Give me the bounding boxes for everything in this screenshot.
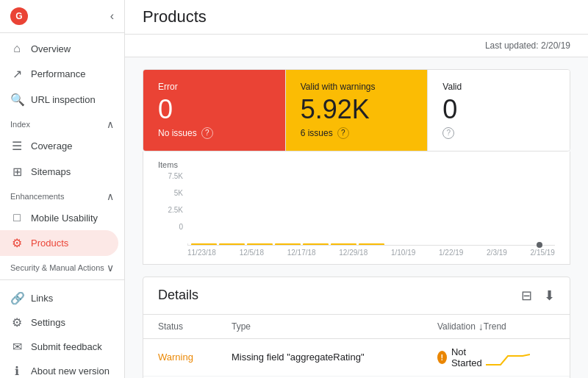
row-trend-1	[433, 336, 506, 356]
x-label-7: 2/3/19	[489, 232, 509, 240]
filter-button[interactable]	[512, 274, 531, 295]
svg-rect-11	[517, 282, 527, 283]
chart-y-axis: 7.5K 5K 2.5K 0	[154, 157, 177, 240]
details-actions	[512, 274, 558, 295]
row-trend-2	[433, 372, 506, 378]
error-label: Error	[157, 56, 215, 66]
error-card: Error 0 No issues ?	[142, 47, 230, 119]
sidebar-item-performance[interactable]: 📈 Performance	[0, 65, 117, 90]
col-status: Status	[154, 310, 212, 321]
x-label-3: 12/17/18	[285, 232, 314, 240]
table-row: Warning Missing field "aggregateRating" …	[142, 327, 570, 365]
sidebar-item-overview[interactable]: 🏠 Overview	[0, 39, 117, 65]
section-index[interactable]: Index ▲	[0, 123, 123, 143]
sidebar-item-products[interactable]: ⚙ Products	[0, 247, 117, 273]
warning-help-icon[interactable]: ?	[282, 99, 293, 110]
products-icon: ⚙	[12, 253, 22, 267]
sidebar-item-submit-feedback[interactable]: 💬 Submit feedback	[0, 368, 123, 378]
sidebar-item-sitemaps[interactable]: 🗺 Sitemaps	[0, 169, 117, 194]
warning-badge-icon-2: !	[315, 376, 329, 379]
x-label-5: 1/10/19	[391, 232, 415, 240]
valid-label: Valid	[350, 56, 408, 66]
details-title: Details	[154, 278, 190, 291]
links-icon: 🔗	[12, 321, 26, 335]
x-label-6: 1/22/19	[440, 232, 464, 240]
last-updated: Last updated: 2/20/19	[485, 13, 570, 24]
error-help-icon[interactable]: ?	[200, 99, 212, 110]
details-header: Details	[142, 265, 570, 304]
chart-area: 7.5K 5K 2.5K 0	[154, 157, 558, 240]
sidebar-logo: ☰	[0, 0, 123, 36]
status-cards: Error 0 No issues ? Valid with warnings …	[141, 46, 570, 120]
sitemaps-icon: 🗺	[12, 175, 24, 188]
main-content: Products Last updated: 2/20/19 Error 0 N…	[123, 0, 588, 378]
settings-icon: ⚙	[12, 343, 21, 357]
error-sub: No issues ?	[157, 99, 215, 110]
y-label-3: 2.5K	[154, 197, 177, 206]
trend-chart-1	[433, 336, 477, 354]
sidebar-item-coverage[interactable]: 📄 Coverage	[0, 143, 117, 169]
valid-help-icon[interactable]: ?	[350, 99, 362, 110]
sidebar-item-mobile-usability[interactable]: 📱 Mobile Usability	[0, 221, 117, 247]
row-validation-2: ! Not Started	[315, 376, 433, 379]
download-icon	[543, 277, 555, 289]
main-body: Error 0 No issues ? Valid with warnings …	[123, 35, 588, 378]
sidebar: ☰ 🏠 Overview 📈 Performance 🔍 URL inspect…	[0, 0, 123, 378]
chart-svg-wrapper: 11/23/18 12/5/18 12/17/18 12/29/18 1/10/…	[183, 157, 558, 240]
download-button[interactable]	[540, 274, 558, 295]
svg-rect-4	[498, 168, 507, 224]
x-label-2: 12/5/18	[236, 232, 260, 240]
chevron-down-icon: ▼	[101, 290, 111, 302]
coverage-icon: 📄	[12, 149, 26, 163]
home-icon: 🏠	[12, 45, 26, 59]
x-label-8: 2/15/19	[534, 232, 558, 240]
svg-rect-6	[520, 168, 530, 224]
search-icon: 🔍	[12, 96, 26, 110]
sidebar-nav: 🏠 Overview 📈 Performance 🔍 URL inspectio…	[0, 36, 123, 378]
svg-rect-8	[543, 168, 553, 224]
warning-value: 5.92K	[245, 69, 320, 96]
svg-rect-7	[531, 165, 541, 224]
table-row: Warning Missing field "review" ! Not Sta…	[142, 365, 570, 378]
sidebar-item-url-inspection[interactable]: 🔍 URL inspection	[0, 90, 117, 116]
svg-rect-13	[544, 287, 554, 288]
error-value: 0	[157, 69, 215, 96]
table-header: Status Type Validation ↓ Trend Items	[142, 304, 570, 327]
row-status-1[interactable]: Warning	[154, 340, 212, 352]
chart-x-axis: 11/23/18 12/5/18 12/17/18 12/29/18 1/10/…	[183, 232, 558, 240]
y-label-2: 5K	[154, 177, 177, 186]
chart-items-label: Items	[154, 144, 558, 154]
col-validation[interactable]: Validation ↓	[315, 310, 433, 321]
x-label-1: 11/23/18	[183, 232, 212, 240]
feedback-icon: 💬	[12, 372, 26, 378]
chart-container: Items 7.5K 5K 2.5K 0	[141, 132, 570, 253]
mobile-icon: 📱	[12, 227, 26, 241]
sort-icon: ↓	[356, 310, 361, 321]
row-validation-1: ! Not Started	[315, 339, 433, 352]
sidebar-item-links[interactable]: 🔗 Links	[0, 317, 123, 339]
chart-svg	[183, 157, 558, 231]
col-trend: Trend	[433, 310, 506, 321]
svg-rect-10	[515, 278, 528, 279]
x-label-4: 12/29/18	[338, 232, 367, 240]
section-security[interactable]: Security & Manual Actions ▼	[0, 279, 123, 310]
col-items: Items	[506, 310, 558, 321]
performance-icon: 📈	[12, 71, 26, 85]
warning-label: Valid with warnings	[245, 56, 320, 66]
y-label-4: 0	[154, 217, 177, 226]
sidebar-item-settings[interactable]: ⚙ Settings	[0, 339, 123, 361]
warning-card: Valid with warnings 5.92K 6 issues ?	[230, 47, 334, 119]
google-logo	[9, 7, 29, 28]
chevron-up-icon: ▲	[101, 129, 111, 140]
main-header: Products Last updated: 2/20/19	[123, 0, 588, 35]
trend-chart-2	[433, 372, 477, 378]
y-label-1: 7.5K	[154, 157, 177, 166]
sidebar-collapse-icon[interactable]: ☰	[102, 10, 114, 26]
valid-value: 0	[350, 69, 408, 96]
chevron-up-icon-2: ▲	[101, 207, 111, 218]
details-section: Details	[141, 265, 570, 378]
row-items-1: 5,924	[506, 340, 558, 352]
section-enhancements[interactable]: Enhancements ▲	[0, 201, 123, 221]
warning-sub: 6 issues ?	[245, 99, 320, 110]
valid-sub: ?	[350, 99, 408, 110]
